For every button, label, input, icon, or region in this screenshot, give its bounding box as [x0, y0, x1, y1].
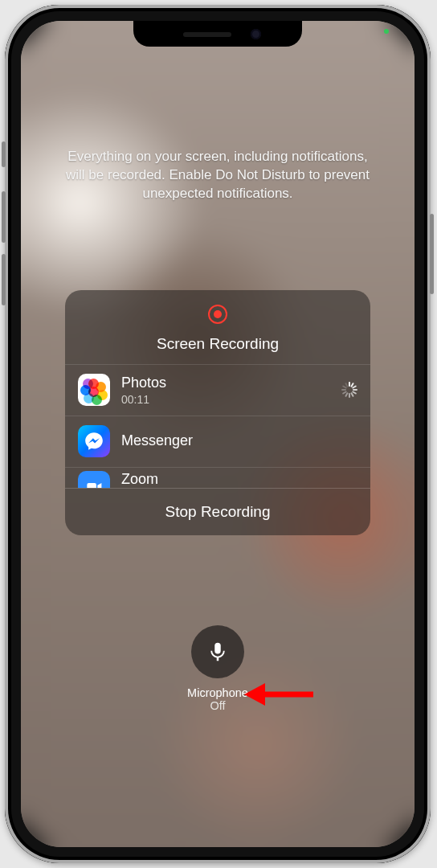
panel-title: Screen Recording [65, 335, 370, 353]
app-row-messenger[interactable]: Messenger [65, 416, 370, 467]
microphone-state: Off [210, 699, 225, 712]
app-name-label: Zoom [121, 471, 357, 488]
notch [133, 21, 302, 47]
volume-down-button[interactable] [2, 254, 6, 305]
svg-marker-2 [244, 683, 265, 706]
annotation-arrow-icon [243, 675, 315, 717]
screen-recording-panel: Screen Recording Photos 00:11 [65, 290, 370, 535]
microphone-icon [206, 640, 230, 664]
microphone-label: Microphone [187, 686, 248, 699]
app-row-text: Zoom [121, 471, 357, 488]
messenger-icon [78, 425, 110, 457]
recording-notice-text: Everything on your screen, including not… [61, 148, 374, 203]
device-frame: Everything on your screen, including not… [5, 5, 431, 863]
photos-icon [78, 374, 110, 406]
volume-up-button[interactable] [2, 191, 6, 243]
zoom-icon [78, 471, 110, 488]
stop-recording-button[interactable]: Stop Recording [65, 488, 370, 535]
svg-rect-0 [87, 483, 96, 488]
recording-timer: 00:11 [121, 393, 341, 406]
app-name-label: Photos [121, 375, 341, 391]
app-name-label: Messenger [121, 432, 357, 449]
app-row-zoom[interactable]: Zoom [65, 467, 370, 488]
record-icon [208, 305, 227, 324]
side-button[interactable] [430, 214, 434, 294]
silence-switch[interactable] [2, 141, 6, 167]
app-row-photos[interactable]: Photos 00:11 [65, 364, 370, 416]
panel-header: Screen Recording [65, 290, 370, 364]
screen: Everything on your screen, including not… [21, 21, 415, 847]
app-row-text: Messenger [121, 432, 357, 451]
content: Everything on your screen, including not… [21, 21, 415, 847]
microphone-toggle-button[interactable] [191, 625, 244, 678]
microphone-control: Microphone Off [187, 625, 248, 712]
app-row-text: Photos 00:11 [121, 375, 341, 406]
loading-spinner-icon [341, 382, 357, 398]
privacy-indicator-icon [384, 29, 389, 34]
